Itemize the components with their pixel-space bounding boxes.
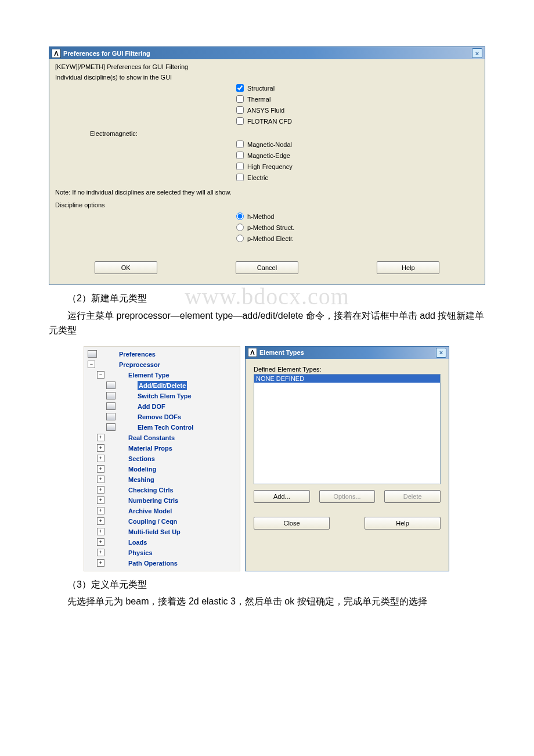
ok-button[interactable]: OK bbox=[95, 261, 157, 274]
check-mag-edge-label: Magnetic-Edge bbox=[247, 152, 290, 159]
check-structural-row: Structural bbox=[236, 82, 479, 93]
menu-coupling-ceqn[interactable]: + Coupling / Ceqn bbox=[84, 516, 240, 527]
check-electric-label: Electric bbox=[247, 174, 268, 181]
list-item-none-defined[interactable]: NONE DEFINED bbox=[254, 375, 441, 383]
plus-icon: + bbox=[97, 528, 104, 535]
heading-3: （3）定义单元类型 bbox=[49, 577, 485, 592]
menu-add-dof[interactable]: Add DOF bbox=[84, 401, 240, 412]
check-thermal-label: Thermal bbox=[247, 96, 270, 103]
check-thermal[interactable] bbox=[236, 95, 244, 103]
check-high-freq-row: High Frequency bbox=[236, 161, 479, 172]
preferences-title-bar: Λ Preferences for GUI Filtering × bbox=[49, 47, 485, 59]
check-ansys-fluid-row: ANSYS Fluid bbox=[236, 105, 479, 116]
radio-h-method[interactable] bbox=[236, 213, 244, 220]
menu-modeling[interactable]: + Modeling bbox=[84, 464, 240, 474]
paragraph-2: 运行主菜单 preprocessor—element type—add/edit… bbox=[49, 308, 485, 338]
menu-sections[interactable]: + Sections bbox=[84, 453, 240, 464]
discipline-options-label: Discipline options bbox=[55, 199, 479, 211]
dialog-icon bbox=[106, 392, 116, 399]
et-button-row-2: Close Help bbox=[254, 517, 441, 530]
menu-numbering-ctrls[interactable]: + Numbering Ctrls bbox=[84, 495, 240, 506]
menu-remove-dofs[interactable]: Remove DOFs bbox=[84, 412, 240, 422]
check-ansys-fluid[interactable] bbox=[236, 106, 244, 114]
ansys-icon: Λ bbox=[248, 348, 257, 357]
check-electric[interactable] bbox=[236, 174, 244, 181]
plus-icon: + bbox=[97, 476, 104, 483]
radio-p-struct[interactable] bbox=[236, 224, 244, 231]
menu-multifield-setup[interactable]: + Multi-field Set Up bbox=[84, 527, 240, 537]
preferences-title: Preferences for GUI Filtering bbox=[63, 50, 150, 57]
pref-line1: [KEYW][/PMETH] Preferences for GUI Filte… bbox=[55, 62, 479, 72]
menu-preferences[interactable]: Preferences bbox=[84, 349, 240, 359]
dialog-icon bbox=[106, 413, 116, 420]
element-types-title-bar: Λ Element Types × bbox=[246, 347, 449, 359]
plus-icon: + bbox=[97, 538, 104, 546]
options-button: Options... bbox=[319, 490, 376, 503]
check-structural[interactable] bbox=[236, 84, 244, 92]
help-button[interactable]: Help bbox=[365, 517, 441, 530]
menu-switch-elem-type[interactable]: Switch Elem Type bbox=[84, 391, 240, 401]
menu-real-constants[interactable]: + Real Constants bbox=[84, 433, 240, 443]
check-structural-label: Structural bbox=[247, 85, 275, 92]
menu-loads[interactable]: + Loads bbox=[84, 537, 240, 548]
dialog-icon bbox=[88, 350, 97, 358]
menu-checking-ctrls[interactable]: + Checking Ctrls bbox=[84, 485, 240, 495]
et-button-row-1: Add... Options... Delete bbox=[254, 490, 441, 503]
plus-icon: + bbox=[97, 444, 104, 452]
check-high-freq-label: High Frequency bbox=[247, 163, 293, 170]
check-mag-edge[interactable] bbox=[236, 152, 244, 159]
minus-icon: − bbox=[97, 371, 104, 379]
defined-element-types-label: Defined Element Types: bbox=[254, 366, 441, 373]
dialog-icon bbox=[106, 423, 116, 431]
plus-icon: + bbox=[97, 465, 104, 473]
cancel-button[interactable]: Cancel bbox=[236, 261, 298, 274]
radio-p-electr-label: p-Method Electr. bbox=[247, 235, 294, 242]
close-icon[interactable]: × bbox=[436, 348, 446, 358]
plus-icon: + bbox=[97, 486, 104, 494]
menu-path-operations[interactable]: + Path Operations bbox=[84, 558, 240, 568]
menu-archive-model[interactable]: + Archive Model bbox=[84, 506, 240, 516]
plus-icon: + bbox=[97, 507, 104, 514]
plus-icon: + bbox=[97, 549, 104, 556]
radio-p-electr[interactable] bbox=[236, 235, 244, 242]
check-flotran[interactable] bbox=[236, 117, 244, 125]
radio-h-method-label: h-Method bbox=[247, 213, 274, 220]
check-electric-row: Electric bbox=[236, 172, 479, 183]
element-types-title: Element Types bbox=[259, 349, 304, 356]
plus-icon: + bbox=[97, 496, 104, 504]
electromagnetic-label: Electromagnetic: bbox=[55, 127, 479, 139]
check-thermal-row: Thermal bbox=[236, 93, 479, 105]
check-high-freq[interactable] bbox=[236, 163, 244, 170]
main-menu: Preferences − Preprocessor − Element Typ… bbox=[84, 346, 240, 571]
plus-icon: + bbox=[97, 455, 104, 462]
ansys-icon: Λ bbox=[52, 49, 61, 58]
pref-note: Note: If no individual disciplines are s… bbox=[55, 183, 479, 199]
menu-preprocessor[interactable]: − Preprocessor bbox=[84, 359, 240, 370]
defined-element-types-list[interactable]: NONE DEFINED bbox=[254, 374, 441, 484]
check-flotran-label: FLOTRAN CFD bbox=[247, 118, 292, 125]
minus-icon: − bbox=[88, 361, 95, 368]
plus-icon: + bbox=[97, 434, 104, 441]
menu-physics[interactable]: + Physics bbox=[84, 548, 240, 558]
close-button[interactable]: Close bbox=[254, 517, 330, 530]
preferences-dialog: Λ Preferences for GUI Filtering × [KEYW]… bbox=[49, 46, 485, 285]
menu-meshing[interactable]: + Meshing bbox=[84, 474, 240, 485]
check-mag-nodal[interactable] bbox=[236, 141, 244, 148]
close-icon[interactable]: × bbox=[472, 48, 482, 58]
pref-line2: Individual discipline(s) to show in the … bbox=[55, 72, 479, 82]
check-ansys-fluid-label: ANSYS Fluid bbox=[247, 107, 284, 114]
menu-elem-tech-control[interactable]: Elem Tech Control bbox=[84, 422, 240, 433]
menu-element-type[interactable]: − Element Type bbox=[84, 370, 240, 380]
menu-material-props[interactable]: + Material Props bbox=[84, 443, 240, 453]
delete-button: Delete bbox=[384, 490, 441, 503]
help-button[interactable]: Help bbox=[377, 261, 439, 274]
pref-button-row: OK Cancel Help bbox=[55, 244, 479, 279]
menu-add-edit-delete[interactable]: Add/Edit/Delete bbox=[84, 380, 240, 391]
check-mag-edge-row: Magnetic-Edge bbox=[236, 150, 479, 161]
radio-h-method-row: h-Method bbox=[236, 211, 479, 222]
add-button[interactable]: Add... bbox=[254, 490, 310, 503]
check-mag-nodal-row: Magnetic-Nodal bbox=[236, 139, 479, 150]
plus-icon: + bbox=[97, 517, 104, 525]
plus-icon: + bbox=[97, 559, 104, 567]
radio-p-struct-row: p-Method Struct. bbox=[236, 222, 479, 233]
